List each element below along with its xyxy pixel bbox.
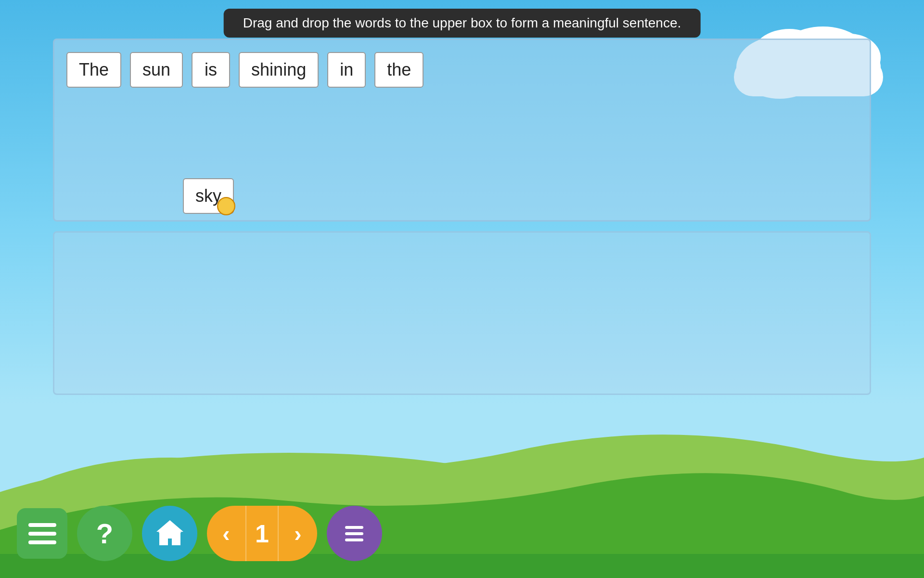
word-tile-sun[interactable]: sun	[130, 52, 183, 88]
word-tiles-row: The sun is shining in the	[66, 52, 424, 88]
hamburger-line-3	[28, 540, 56, 544]
bottom-toolbar: ? ‹ 1 ›	[0, 489, 924, 578]
hamburger-line-1	[28, 523, 56, 527]
svg-rect-4	[345, 526, 363, 529]
home-icon	[155, 519, 184, 548]
next-button[interactable]: ›	[279, 506, 317, 561]
page-number: 1	[245, 506, 279, 561]
word-tile-the[interactable]: the	[374, 52, 424, 88]
nav-group: ‹ 1 ›	[207, 506, 317, 561]
word-tile-sky-floating[interactable]: sky	[183, 178, 234, 214]
svg-rect-5	[345, 532, 363, 535]
word-tile-in[interactable]: in	[327, 52, 366, 88]
list-icon	[340, 520, 368, 548]
word-tile-shining[interactable]: shining	[239, 52, 319, 88]
instruction-bar: Drag and drop the words to the upper box…	[224, 9, 701, 38]
prev-icon: ‹	[222, 521, 230, 547]
svg-marker-3	[156, 520, 183, 545]
menu-button[interactable]	[17, 508, 67, 559]
prev-button[interactable]: ‹	[207, 506, 245, 561]
word-tile-is[interactable]: is	[192, 52, 230, 88]
drag-cursor-icon	[217, 197, 235, 215]
list-button[interactable]	[327, 506, 382, 561]
home-button[interactable]	[142, 506, 197, 561]
next-icon: ›	[294, 521, 301, 547]
word-tile-the-capital[interactable]: The	[66, 52, 121, 88]
svg-rect-6	[345, 539, 363, 541]
hamburger-line-2	[28, 532, 56, 536]
main-area: The sun is shining in the sky	[53, 29, 871, 482]
help-button[interactable]: ?	[77, 506, 132, 561]
lower-source-box[interactable]	[53, 231, 871, 395]
instruction-text: Drag and drop the words to the upper box…	[243, 15, 681, 30]
help-icon: ?	[96, 517, 113, 550]
upper-drop-box[interactable]: The sun is shining in the	[53, 39, 871, 222]
